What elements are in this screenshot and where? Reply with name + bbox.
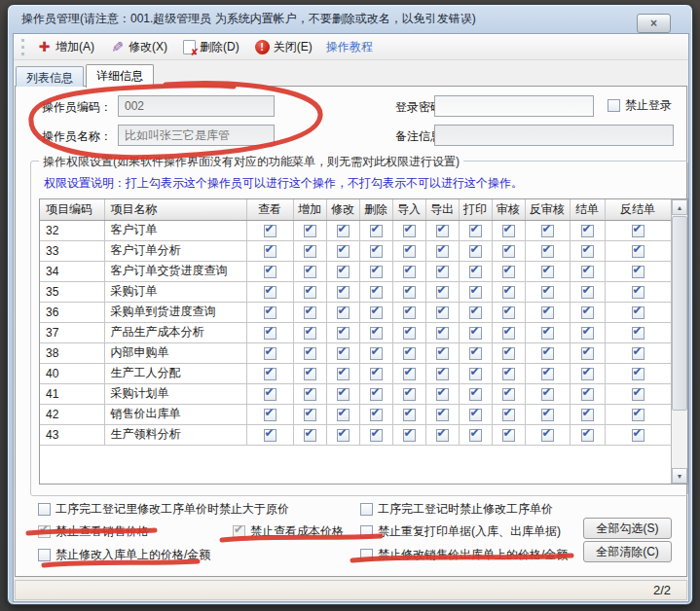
perm-checkbox[interactable]: [436, 245, 449, 258]
perm-checkbox[interactable]: [581, 347, 594, 360]
perm-checkbox[interactable]: [469, 306, 482, 319]
perm-checkbox[interactable]: [436, 388, 449, 401]
perm-checkbox[interactable]: [403, 388, 416, 401]
checkbox[interactable]: [38, 549, 51, 561]
perm-checkbox[interactable]: [436, 409, 449, 421]
perm-row[interactable]: 34客户订单交货进度查询: [40, 261, 671, 281]
perm-checkbox[interactable]: [632, 245, 645, 258]
perm-checkbox[interactable]: [541, 388, 554, 401]
perm-checkbox[interactable]: [436, 429, 449, 442]
perm-checkbox[interactable]: [436, 327, 449, 340]
perm-checkbox[interactable]: [264, 368, 276, 380]
option-forbid-view-cost-price[interactable]: 禁止查看成本价格: [233, 523, 360, 540]
perm-checkbox[interactable]: [502, 306, 515, 319]
perm-checkbox[interactable]: [632, 225, 645, 237]
scrollbar-thumb[interactable]: [672, 216, 687, 411]
perm-checkbox[interactable]: [403, 286, 416, 299]
toolbar-button-modify[interactable]: 修改(X): [110, 39, 167, 55]
perm-checkbox[interactable]: [304, 368, 316, 380]
perm-checkbox[interactable]: [436, 286, 449, 299]
perm-row[interactable]: 35采购订单: [40, 281, 671, 302]
perm-checkbox[interactable]: [304, 429, 316, 442]
option-forbid-repeat-print[interactable]: 禁止重复打印单据(入库、出库单据): [360, 523, 561, 540]
grid-vertical-scrollbar[interactable]: ▲ ▼: [671, 199, 687, 484]
perm-checkbox[interactable]: [581, 327, 594, 340]
perm-checkbox[interactable]: [337, 225, 350, 237]
perm-checkbox[interactable]: [502, 245, 515, 258]
perm-checkbox[interactable]: [403, 327, 416, 340]
perm-checkbox[interactable]: [403, 266, 416, 278]
perm-checkbox[interactable]: [436, 266, 449, 278]
perm-checkbox[interactable]: [304, 286, 316, 299]
toolbar-button-close[interactable]: 关闭(E): [255, 39, 313, 55]
perm-checkbox[interactable]: [469, 347, 482, 360]
perm-row[interactable]: 42销售价出库单: [40, 404, 671, 424]
perm-checkbox[interactable]: [337, 347, 350, 360]
checkbox[interactable]: [360, 503, 373, 516]
perm-checkbox[interactable]: [264, 306, 276, 319]
perm-checkbox[interactable]: [264, 409, 276, 421]
clear-all-button[interactable]: 全部清除(C): [583, 541, 672, 562]
perm-row[interactable]: 37产品生产成本分析: [40, 322, 671, 342]
perm-checkbox[interactable]: [403, 409, 416, 421]
perm-checkbox[interactable]: [541, 286, 554, 299]
perm-checkbox[interactable]: [304, 306, 316, 319]
perm-checkbox[interactable]: [541, 429, 554, 442]
option-forbid-modify-outbound-price[interactable]: 禁止修改销售价出库单上的价格/金额: [360, 547, 568, 563]
perm-checkbox[interactable]: [264, 245, 276, 258]
perm-checkbox[interactable]: [632, 347, 645, 360]
perm-checkbox[interactable]: [502, 429, 515, 442]
scroll-up-arrow-icon[interactable]: ▲: [672, 199, 687, 215]
perm-checkbox[interactable]: [502, 409, 515, 421]
perm-checkbox[interactable]: [304, 388, 316, 401]
perm-checkbox[interactable]: [632, 368, 645, 380]
tutorial-link[interactable]: 操作教程: [326, 39, 373, 55]
perm-checkbox[interactable]: [337, 409, 350, 421]
perm-checkbox[interactable]: [370, 388, 383, 401]
perm-checkbox[interactable]: [581, 225, 594, 237]
forbid-login-option[interactable]: 禁止登录: [608, 97, 672, 114]
perm-checkbox[interactable]: [264, 286, 276, 299]
perm-checkbox[interactable]: [541, 368, 554, 380]
perm-checkbox[interactable]: [403, 306, 416, 319]
perm-checkbox[interactable]: [581, 286, 594, 299]
perm-row[interactable]: 43生产领料分析: [40, 424, 671, 445]
checkbox[interactable]: [233, 525, 245, 538]
option-forbid-view-sales-price[interactable]: 禁止查看销售价格: [38, 523, 233, 540]
perm-checkbox[interactable]: [581, 409, 594, 421]
perm-checkbox[interactable]: [502, 286, 515, 299]
perm-checkbox[interactable]: [581, 368, 594, 380]
perm-checkbox[interactable]: [370, 225, 383, 237]
perm-checkbox[interactable]: [337, 327, 350, 340]
perm-checkbox[interactable]: [469, 429, 482, 442]
perm-checkbox[interactable]: [581, 245, 594, 258]
checkbox[interactable]: [38, 525, 51, 538]
perm-checkbox[interactable]: [370, 306, 383, 319]
checkbox[interactable]: [360, 549, 373, 561]
perm-checkbox[interactable]: [469, 225, 482, 237]
perm-checkbox[interactable]: [337, 286, 350, 299]
perm-checkbox[interactable]: [370, 429, 383, 442]
perm-checkbox[interactable]: [469, 388, 482, 401]
perm-checkbox[interactable]: [541, 409, 554, 421]
perm-checkbox[interactable]: [370, 245, 383, 258]
perm-checkbox[interactable]: [370, 266, 383, 278]
toolbar-button-add[interactable]: 增加(A): [37, 39, 94, 55]
perm-checkbox[interactable]: [264, 388, 276, 401]
forbid-login-checkbox[interactable]: [608, 99, 620, 112]
remark-input[interactable]: [434, 125, 674, 146]
perm-checkbox[interactable]: [264, 225, 276, 237]
perm-checkbox[interactable]: [304, 327, 316, 340]
perm-checkbox[interactable]: [304, 347, 316, 360]
perm-checkbox[interactable]: [502, 327, 515, 340]
perm-checkbox[interactable]: [403, 429, 416, 442]
perm-checkbox[interactable]: [632, 306, 645, 319]
perm-checkbox[interactable]: [541, 266, 554, 278]
perm-checkbox[interactable]: [436, 225, 449, 237]
perm-checkbox[interactable]: [581, 266, 594, 278]
perm-checkbox[interactable]: [304, 245, 316, 258]
perm-checkbox[interactable]: [469, 368, 482, 380]
perm-checkbox[interactable]: [632, 266, 645, 278]
toolbar-button-delete[interactable]: 删除(D): [183, 39, 239, 55]
scroll-down-arrow-icon[interactable]: ▼: [672, 468, 687, 484]
